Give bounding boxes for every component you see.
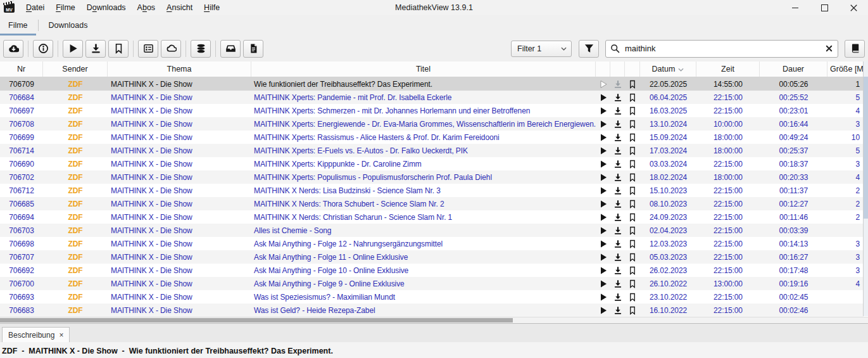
- bookmark-button[interactable]: [108, 40, 129, 58]
- column-header-sender[interactable]: Sender: [43, 61, 108, 77]
- table-row[interactable]: 706709ZDFMAITHINK X - Die ShowWie funkti…: [0, 77, 864, 91]
- bookmark-icon[interactable]: [625, 186, 640, 195]
- horizontal-scrollbar[interactable]: [0, 317, 868, 323]
- horizontal-scrollbar-thumb[interactable]: [0, 318, 513, 323]
- bookmark-icon[interactable]: [625, 173, 640, 182]
- bookmark-icon[interactable]: [625, 293, 640, 302]
- play-icon[interactable]: [596, 293, 610, 302]
- play-icon[interactable]: [596, 80, 610, 89]
- play-icon[interactable]: [596, 186, 610, 195]
- menu-ansicht[interactable]: Ansicht: [161, 0, 198, 15]
- document-button[interactable]: [243, 40, 263, 58]
- bookmark-icon[interactable]: [625, 106, 640, 115]
- bookmark-icon[interactable]: [625, 279, 640, 288]
- bookmark-icon[interactable]: [625, 133, 640, 142]
- database-button[interactable]: [191, 40, 211, 58]
- play-icon[interactable]: [596, 279, 610, 288]
- column-header-groesse[interactable]: Größe [M: [827, 61, 864, 77]
- search-input[interactable]: [624, 43, 821, 54]
- play-icon[interactable]: [596, 306, 610, 315]
- bookmark-icon[interactable]: [625, 80, 640, 89]
- table-row[interactable]: 706683ZDFMAITHINK X - Die ShowWas ist Ge…: [0, 304, 864, 317]
- download-icon[interactable]: [610, 293, 625, 302]
- bookmark-icon[interactable]: [625, 226, 640, 235]
- blacklist-button[interactable]: [845, 40, 865, 58]
- download-icon[interactable]: [610, 133, 625, 142]
- play-button[interactable]: [63, 40, 83, 58]
- bookmark-icon[interactable]: [625, 160, 640, 169]
- table-row[interactable]: 706707ZDFMAITHINK X - Die ShowAsk Mai An…: [0, 250, 864, 264]
- play-icon[interactable]: [596, 213, 610, 222]
- column-header-titel[interactable]: Titel: [251, 61, 596, 77]
- play-icon[interactable]: [596, 200, 610, 208]
- play-icon[interactable]: [596, 106, 610, 115]
- download-icon[interactable]: [610, 173, 625, 182]
- table-row[interactable]: 706693ZDFMAITHINK X - Die ShowWas ist Sp…: [0, 290, 864, 304]
- table-row[interactable]: 706684ZDFMAITHINK X - Die ShowMAITHINK X…: [0, 91, 864, 104]
- play-icon[interactable]: [596, 253, 610, 262]
- maximize-button[interactable]: [810, 0, 839, 15]
- info-button[interactable]: [33, 40, 53, 58]
- play-icon[interactable]: [596, 240, 610, 248]
- download-icon[interactable]: [610, 186, 625, 195]
- download-icon[interactable]: [610, 213, 625, 222]
- vertical-scrollbar-thumb[interactable]: [864, 77, 868, 219]
- close-icon[interactable]: ×: [59, 331, 63, 339]
- download-icon[interactable]: [610, 93, 625, 102]
- bookmark-icon[interactable]: [625, 240, 640, 248]
- download-icon[interactable]: [610, 240, 625, 248]
- bookmark-icon[interactable]: [625, 306, 640, 315]
- menu-hilfe[interactable]: Hilfe: [198, 0, 225, 15]
- filter-select[interactable]: Filter 1: [511, 41, 572, 57]
- menu-datei[interactable]: Datei: [20, 0, 50, 15]
- vertical-scrollbar[interactable]: [863, 61, 868, 316]
- download-icon[interactable]: [610, 120, 625, 129]
- inbox-button[interactable]: [220, 40, 241, 58]
- download-icon[interactable]: [610, 306, 625, 315]
- download-icon[interactable]: [610, 200, 625, 208]
- column-header-empty[interactable]: [625, 61, 640, 77]
- tab-beschreibung[interactable]: Beschreibung ×: [2, 327, 70, 342]
- media-collection-button[interactable]: [138, 40, 158, 58]
- table-row[interactable]: 706708ZDFMAITHINK X - Die ShowMAITHINK X…: [0, 117, 864, 131]
- table-row[interactable]: 706703ZDFMAITHINK X - Die ShowAlles ist …: [0, 224, 864, 237]
- record-button[interactable]: [85, 40, 106, 58]
- play-icon[interactable]: [596, 120, 610, 129]
- bookmark-icon[interactable]: [625, 120, 640, 129]
- column-header-datum[interactable]: Datum: [640, 61, 696, 77]
- table-row[interactable]: 706690ZDFMAITHINK X - Die ShowMAITHINK X…: [0, 157, 864, 170]
- table-row[interactable]: 706685ZDFMAITHINK X - Die ShowMAITHINK X…: [0, 197, 864, 210]
- column-header-dauer[interactable]: Dauer: [760, 61, 827, 77]
- tab-downloads[interactable]: Downloads: [41, 15, 96, 35]
- play-icon[interactable]: [596, 146, 610, 155]
- search-box[interactable]: [605, 40, 838, 58]
- bookmark-icon[interactable]: [625, 146, 640, 155]
- play-icon[interactable]: [596, 173, 610, 182]
- menu-downloads[interactable]: Downloads: [81, 0, 132, 15]
- table-row[interactable]: 706698ZDFMAITHINK X - Die ShowAsk Mai An…: [0, 237, 864, 250]
- tab-filme[interactable]: Filme: [0, 15, 36, 35]
- play-icon[interactable]: [596, 266, 610, 275]
- download-icon[interactable]: [610, 279, 625, 288]
- bookmark-icon[interactable]: [625, 253, 640, 262]
- download-icon[interactable]: [610, 80, 625, 89]
- play-icon[interactable]: [596, 160, 610, 169]
- table-row[interactable]: 706694ZDFMAITHINK X - Die ShowMAITHINK X…: [0, 210, 864, 224]
- download-icon[interactable]: [610, 266, 625, 275]
- clear-search-icon[interactable]: [825, 44, 833, 53]
- menu-abos[interactable]: Abos: [132, 0, 161, 15]
- column-header-empty[interactable]: [596, 61, 610, 77]
- bookmark-icon[interactable]: [625, 200, 640, 208]
- download-icon[interactable]: [610, 253, 625, 262]
- table-row[interactable]: 706714ZDFMAITHINK X - Die ShowMAITHINK X…: [0, 144, 864, 157]
- column-header-zeit[interactable]: Zeit: [696, 61, 760, 77]
- download-icon[interactable]: [610, 226, 625, 235]
- table-row[interactable]: 706700ZDFMAITHINK X - Die ShowAsk Mai An…: [0, 277, 864, 290]
- play-icon[interactable]: [596, 226, 610, 235]
- column-header-thema[interactable]: Thema: [108, 61, 251, 77]
- table-row[interactable]: 706702ZDFMAITHINK X - Die ShowMAITHINK X…: [0, 170, 864, 184]
- bookmark-icon[interactable]: [625, 93, 640, 102]
- cloud-button[interactable]: [161, 40, 181, 58]
- play-icon[interactable]: [596, 133, 610, 142]
- table-row[interactable]: 706712ZDFMAITHINK X - Die ShowMAITHINK X…: [0, 184, 864, 197]
